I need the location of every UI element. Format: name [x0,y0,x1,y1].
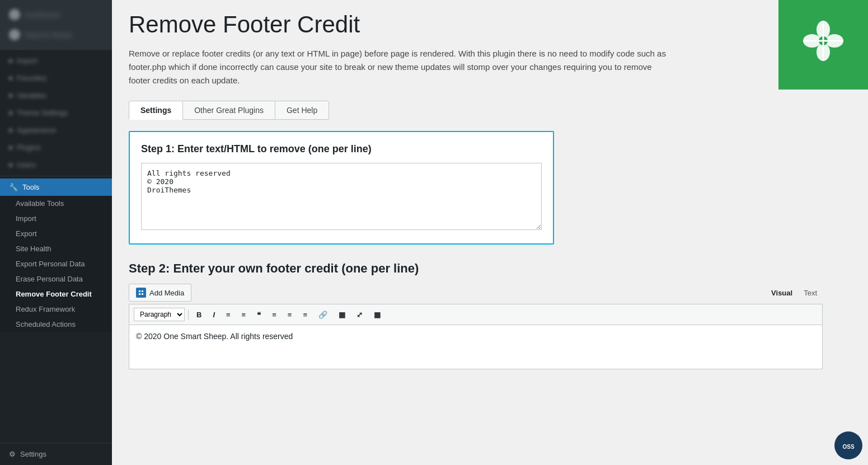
import-top-icon [9,59,12,63]
link-button[interactable]: 🔗 [314,308,332,321]
export-label: Export [16,229,37,238]
step2-title: Step 2: Enter your own footer credit (on… [129,261,823,276]
reports-icon [9,29,20,40]
sidebar-subitem-import[interactable]: Import [0,211,112,226]
sidebar-subitem-remove-footer[interactable]: Remove Footer Credit [0,286,112,302]
import-label: Import [16,214,36,223]
sidebar-label-users: Users [17,161,36,169]
tab-other-plugins[interactable]: Other Great Plugins [182,101,275,120]
align-center-button[interactable]: ≡ [283,308,297,321]
plugins-icon [9,146,12,149]
sidebar-subitem-redux[interactable]: Redux Framework [0,302,112,317]
site-health-label: Site Health [16,245,51,253]
toolbar-divider-1 [188,309,189,320]
sidebar-item-reports[interactable]: Reports Media [0,25,112,45]
sidebar-label-tools: Tools [22,183,39,191]
sidebar-label-import-top: Import [17,57,37,65]
available-tools-label: Available Tools [16,199,64,208]
add-media-label: Add Media [149,289,184,297]
sidebar-label-reports: Reports Media [25,31,72,39]
table-button[interactable]: ▦ [334,308,350,321]
editor-tab-text[interactable]: Text [798,286,823,300]
ordered-list-button[interactable]: ≡ [237,308,251,321]
sidebar-label-plugins: Plugins [17,143,41,152]
paragraph-select[interactable]: Paragraph [134,308,185,321]
editor-top-bar: Add Media Visual Text [129,284,823,302]
svg-text:OSS: OSS [842,444,854,450]
erase-personal-label: Erase Personal Data [16,275,83,283]
step1-title: Step 1: Enter text/HTML to remove (one p… [141,143,542,155]
sidebar-item-favorites[interactable]: Favorites [0,69,112,87]
page-description: Remove or replace footer credits (or any… [129,47,666,87]
sidebar-item-plugins[interactable]: Plugins [0,139,112,156]
sidebar-item-users[interactable]: Users [0,156,112,173]
sidebar-subitem-erase-personal[interactable]: Erase Personal Data [0,271,112,286]
sidebar-item-tools[interactable]: 🔧 Tools [0,179,112,196]
sidebar-item-variables[interactable]: Variables [0,87,112,104]
users-icon [9,163,12,167]
export-personal-label: Export Personal Data [16,260,85,268]
sidebar-label-appearance: Appearance [17,126,56,134]
main-content: Remove Footer Credit Remove or replace f… [112,0,868,465]
sidebar-label-variables: Variables [17,91,46,100]
scheduled-label: Scheduled Actions [16,320,76,328]
sidebar-item-import-top[interactable]: Import [0,52,112,69]
sidebar-subitem-scheduled[interactable]: Scheduled Actions [0,317,112,332]
settings-icon: ⚙ [9,450,16,458]
plugin-logo [778,0,868,90]
sidebar-label-theme-settings: Theme Settings [17,109,68,117]
sidebar-item-dashboard[interactable]: Dashboard [0,4,112,25]
watermark-logo: OSS [834,431,862,459]
add-media-button[interactable]: Add Media [129,284,191,302]
sidebar-item-settings[interactable]: ⚙ Settings [0,445,112,463]
dashboard-icon [9,9,20,20]
sidebar-subitem-available-tools[interactable]: Available Tools [0,196,112,211]
bold-button[interactable]: B [192,308,206,321]
editor-tab-bar: Visual Text [766,286,823,300]
theme-settings-icon [9,111,12,115]
tab-get-help[interactable]: Get Help [275,101,329,120]
page-title: Remove Footer Credit [129,11,823,38]
sidebar-subitem-export[interactable]: Export [0,226,112,241]
step2-wrapper: Step 2: Enter your own footer credit (on… [129,261,823,369]
sidebar-item-theme-settings[interactable]: Theme Settings [0,104,112,121]
variables-icon [9,94,12,97]
fullscreen-button[interactable]: ⤢ [352,308,367,321]
align-right-button[interactable]: ≡ [298,308,312,321]
sidebar-label-dashboard: Dashboard [25,11,60,19]
sidebar: Dashboard Reports Media Import Favorites… [0,0,112,465]
tab-bar: Settings Other Great Plugins Get Help [129,101,823,120]
tab-settings[interactable]: Settings [129,101,183,120]
italic-button[interactable]: I [208,308,219,321]
remove-footer-label: Remove Footer Credit [16,290,92,298]
tools-icon: 🔧 [9,183,18,191]
align-left-button[interactable]: ≡ [268,308,281,321]
more-button[interactable]: ▦ [369,308,385,321]
favorites-icon [9,77,12,80]
step1-textarea[interactable] [141,163,542,230]
blockquote-button[interactable]: ❝ [252,308,265,321]
editor-content: © 2020 One Smart Sheep. All rights reser… [136,332,293,341]
sidebar-label-favorites: Favorites [17,74,46,82]
redux-label: Redux Framework [16,305,75,313]
appearance-icon [9,129,12,132]
plugin-logo-icon [801,18,846,71]
sidebar-label-settings: Settings [20,450,46,458]
editor-tab-visual[interactable]: Visual [766,286,798,300]
sidebar-subitem-export-personal[interactable]: Export Personal Data [0,256,112,271]
sidebar-subitem-site-health[interactable]: Site Health [0,241,112,256]
editor-toolbar: Paragraph B I ≡ ≡ ❝ ≡ ≡ ≡ 🔗 ▦ ⤢ ▦ [129,304,823,325]
add-media-icon [136,288,146,298]
sidebar-item-appearance[interactable]: Appearance [0,121,112,139]
step1-box: Step 1: Enter text/HTML to remove (one p… [129,131,554,245]
unordered-list-button[interactable]: ≡ [222,308,235,321]
editor-body[interactable]: © 2020 One Smart Sheep. All rights reser… [129,325,823,369]
